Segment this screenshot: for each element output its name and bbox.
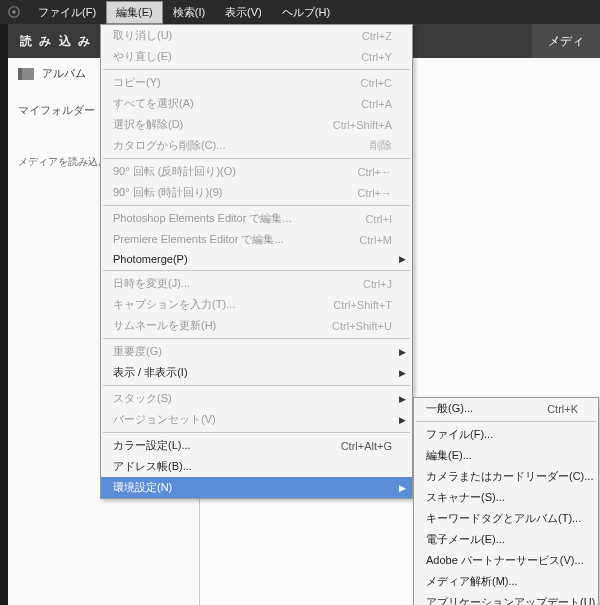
menu-item[interactable]: Adobe パートナーサービス(V)...	[414, 550, 598, 571]
menu-item: コピー(Y)Ctrl+C	[101, 72, 412, 93]
menu-shortcut: Ctrl+Y	[341, 51, 392, 63]
menu-shortcut: Ctrl+Z	[342, 30, 392, 42]
menu-item-label: 日時を変更(J)...	[113, 276, 190, 291]
menu-item[interactable]: 一般(G)...Ctrl+K	[414, 398, 598, 419]
media-tab[interactable]: メディ	[532, 24, 600, 58]
menu-item: Premiere Elements Editor で編集...Ctrl+M	[101, 229, 412, 250]
menu-shortcut: Ctrl+A	[341, 98, 392, 110]
menu-item: スタック(S)▶	[101, 388, 412, 409]
menu-item[interactable]: 環境設定(N)▶	[101, 477, 412, 498]
menu-item-label: バージョンセット(V)	[113, 412, 216, 427]
menu-item-label: Adobe パートナーサービス(V)...	[426, 553, 584, 568]
menu-item: 選択を解除(D)Ctrl+Shift+A	[101, 114, 412, 135]
menu-item[interactable]: 編集(E)...	[414, 445, 598, 466]
menu-item: 90° 回転 (反時計回り)(O)Ctrl+←	[101, 161, 412, 182]
menu-separator	[103, 69, 410, 70]
menu-item[interactable]: 表示 / 非表示(I)▶	[101, 362, 412, 383]
topmenu-item[interactable]: 検索(I)	[163, 1, 215, 24]
menu-item-label: ファイル(F)...	[426, 427, 493, 442]
menu-item-label: コピー(Y)	[113, 75, 161, 90]
menu-item: すべてを選択(A)Ctrl+A	[101, 93, 412, 114]
menu-shortcut: Ctrl+←	[337, 166, 392, 178]
menu-item-label: カメラまたはカードリーダー(C)...	[426, 469, 593, 484]
menu-separator	[103, 338, 410, 339]
menu-item-label: キャプションを入力(T)...	[113, 297, 235, 312]
import-label: 読 み 込 み	[20, 33, 92, 50]
menu-shortcut: 削除	[350, 138, 392, 153]
menu-item-label: サムネールを更新(H)	[113, 318, 216, 333]
svg-point-1	[12, 10, 16, 14]
menu-item-label: 表示 / 非表示(I)	[113, 365, 188, 380]
menu-item: キャプションを入力(T)...Ctrl+Shift+T	[101, 294, 412, 315]
menu-item-label: 編集(E)...	[426, 448, 472, 463]
menu-shortcut: Ctrl+M	[339, 234, 392, 246]
menu-item-label: 重要度(G)	[113, 344, 162, 359]
album-icon	[18, 68, 34, 80]
submenu-arrow-icon: ▶	[399, 368, 406, 378]
preferences-submenu: 一般(G)...Ctrl+Kファイル(F)...編集(E)...カメラまたはカー…	[413, 397, 599, 605]
menu-shortcut: Ctrl+Shift+U	[312, 320, 392, 332]
menu-item: 90° 回転 (時計回り)(9)Ctrl+→	[101, 182, 412, 203]
menu-item: 重要度(G)▶	[101, 341, 412, 362]
menu-item: バージョンセット(V)▶	[101, 409, 412, 430]
menu-separator	[103, 158, 410, 159]
top-menubar: ファイル(F)編集(E)検索(I)表示(V)ヘルプ(H)	[0, 0, 600, 24]
menu-shortcut: Ctrl+Shift+A	[313, 119, 392, 131]
menu-item-label: 取り消し(U)	[113, 28, 172, 43]
menu-item[interactable]: カメラまたはカードリーダー(C)...	[414, 466, 598, 487]
menu-item-label: キーワードタグとアルバム(T)...	[426, 511, 581, 526]
menu-separator	[103, 205, 410, 206]
submenu-arrow-icon: ▶	[399, 347, 406, 357]
menu-shortcut: Ctrl+→	[337, 187, 392, 199]
menu-item[interactable]: メディア解析(M)...	[414, 571, 598, 592]
menu-item-label: カラー設定(L)...	[113, 438, 191, 453]
topmenu-item[interactable]: ファイル(F)	[28, 1, 106, 24]
menu-item-label: スタック(S)	[113, 391, 172, 406]
menu-shortcut: Ctrl+K	[527, 403, 578, 415]
menu-item-label: 一般(G)...	[426, 401, 473, 416]
topmenu-item[interactable]: 表示(V)	[215, 1, 272, 24]
menu-item[interactable]: カラー設定(L)...Ctrl+Alt+G	[101, 435, 412, 456]
submenu-arrow-icon: ▶	[399, 394, 406, 404]
left-edge	[0, 0, 8, 605]
menu-item: 日時を変更(J)...Ctrl+J	[101, 273, 412, 294]
menu-item: 取り消し(U)Ctrl+Z	[101, 25, 412, 46]
topmenu-item[interactable]: ヘルプ(H)	[272, 1, 340, 24]
menu-item[interactable]: アプリケーションアップデート(U)...	[414, 592, 598, 605]
menu-item[interactable]: スキャナー(S)...	[414, 487, 598, 508]
menu-item-label: アドレス帳(B)...	[113, 459, 192, 474]
menu-item: Photoshop Elements Editor で編集...Ctrl+I	[101, 208, 412, 229]
submenu-arrow-icon: ▶	[399, 254, 406, 264]
menu-item-label: すべてを選択(A)	[113, 96, 194, 111]
menu-shortcut: Ctrl+Shift+T	[313, 299, 392, 311]
menu-item[interactable]: アドレス帳(B)...	[101, 456, 412, 477]
menu-item: カタログから削除(C)...削除	[101, 135, 412, 156]
menu-item[interactable]: キーワードタグとアルバム(T)...	[414, 508, 598, 529]
menu-item[interactable]: 電子メール(E)...	[414, 529, 598, 550]
menu-item[interactable]: Photomerge(P)▶	[101, 250, 412, 268]
menu-item: やり直し(E)Ctrl+Y	[101, 46, 412, 67]
menu-shortcut: Ctrl+J	[343, 278, 392, 290]
edit-menu-dropdown: 取り消し(U)Ctrl+Zやり直し(E)Ctrl+Yコピー(Y)Ctrl+Cすべ…	[100, 24, 413, 499]
menu-item-label: Premiere Elements Editor で編集...	[113, 232, 284, 247]
submenu-arrow-icon: ▶	[399, 483, 406, 493]
menu-item-label: スキャナー(S)...	[426, 490, 505, 505]
app-logo-icon	[0, 0, 28, 24]
menu-shortcut: Ctrl+C	[341, 77, 392, 89]
menu-item-label: 電子メール(E)...	[426, 532, 505, 547]
menu-item-label: 90° 回転 (時計回り)(9)	[113, 185, 223, 200]
menu-item-label: Photomerge(P)	[113, 253, 188, 265]
menu-item-label: メディア解析(M)...	[426, 574, 518, 589]
menu-item-label: カタログから削除(C)...	[113, 138, 225, 153]
menu-shortcut: Ctrl+Alt+G	[321, 440, 392, 452]
menu-item: サムネールを更新(H)Ctrl+Shift+U	[101, 315, 412, 336]
menu-separator	[103, 385, 410, 386]
menu-item-label: Photoshop Elements Editor で編集...	[113, 211, 292, 226]
topmenu-item[interactable]: 編集(E)	[106, 1, 163, 24]
menu-item-label: 選択を解除(D)	[113, 117, 183, 132]
menu-item-label: やり直し(E)	[113, 49, 172, 64]
menu-separator	[103, 270, 410, 271]
menu-item-label: 環境設定(N)	[113, 480, 172, 495]
menu-item[interactable]: ファイル(F)...	[414, 424, 598, 445]
menu-separator	[416, 421, 596, 422]
